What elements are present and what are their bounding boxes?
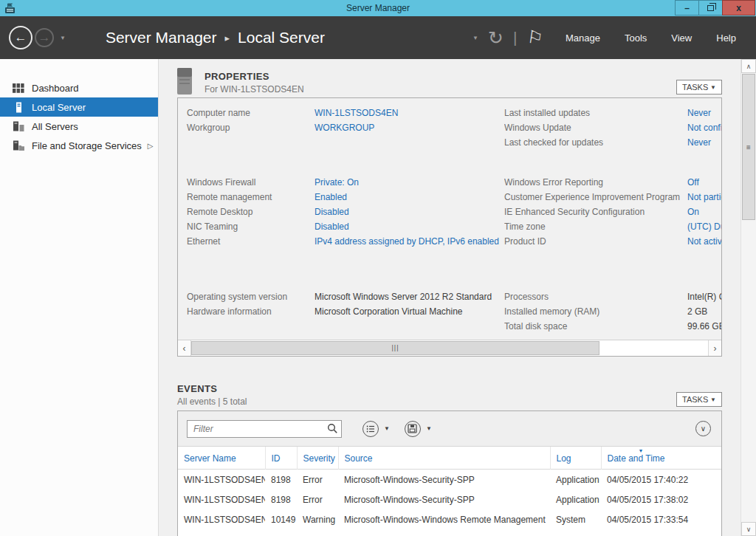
property-value-link[interactable]: Not partic [687, 192, 721, 202]
save-query-dropdown[interactable]: ▼ [426, 425, 432, 432]
vertical-scroll-thumb[interactable]: ≡ [742, 74, 755, 220]
sidebar: Dashboard Local Server All Servers [0, 59, 159, 536]
property-value-link[interactable]: On [687, 207, 699, 217]
breadcrumb-local-server[interactable]: Local Server [238, 29, 325, 47]
scroll-down-button[interactable]: ∨ [741, 522, 756, 536]
maximize-button[interactable] [698, 0, 723, 16]
sidebar-item-file-storage-services[interactable]: File and Storage Services ▷ [0, 136, 158, 155]
property-row: EthernetIPv4 address assigned by DHCP, I… [187, 234, 504, 249]
horizontal-scrollbar: ‹ ||| › [178, 340, 721, 356]
property-row: Operating system versionMicrosoft Window… [187, 289, 504, 304]
property-label: Computer name [187, 106, 315, 120]
chevron-down-icon: ▼ [710, 84, 716, 91]
server-icon [177, 68, 192, 95]
property-value-link[interactable]: Disabled [315, 207, 349, 217]
save-query-button[interactable] [405, 421, 421, 437]
event-cell: Application [550, 489, 601, 509]
event-cell: 04/05/2015 17:40:22 [601, 469, 721, 489]
collapse-panel-button[interactable]: ∨ [695, 421, 711, 436]
filter-input[interactable] [187, 420, 342, 438]
vertical-scrollbar[interactable]: ∧ ≡ ∨ [740, 59, 756, 536]
column-header-source[interactable]: Source [338, 447, 550, 469]
property-label: Time zone [504, 219, 687, 234]
forward-button[interactable]: → [35, 28, 54, 47]
history-dropdown[interactable]: ▼ [60, 35, 66, 41]
property-label: Windows Update [504, 120, 687, 135]
property-row: Remote DesktopDisabled [187, 205, 504, 219]
property-value-link[interactable]: Never [687, 137, 711, 148]
property-value-link[interactable]: Disabled [315, 221, 349, 232]
menu-view[interactable]: View [671, 32, 692, 44]
scroll-left-button[interactable]: ‹ [178, 340, 191, 356]
refresh-dropdown[interactable]: ▼ [472, 35, 478, 41]
horizontal-scroll-thumb[interactable]: ||| [191, 341, 599, 355]
property-value: Microsoft Windows Server 2012 R2 Standar… [315, 292, 492, 302]
notifications-flag-button[interactable]: ⚐ [526, 28, 545, 48]
event-row[interactable]: WIN-1LSTSODS4EN8198ErrorMicrosoft-Window… [178, 469, 721, 489]
sidebar-item-all-servers[interactable]: All Servers [0, 117, 158, 136]
server-manager-window: Server Manager – x ← → ▼ Server Manager … [0, 0, 756, 536]
event-cell: 04/05/2015 17:33:54 [601, 509, 721, 529]
property-label: Installed memory (RAM) [504, 304, 687, 319]
close-button[interactable]: x [722, 0, 755, 16]
column-header-id[interactable]: ID [265, 447, 297, 469]
property-value-link[interactable]: Enabled [315, 192, 347, 202]
scroll-right-button[interactable]: › [708, 340, 721, 356]
back-button[interactable]: ← [9, 26, 32, 49]
property-label: Product ID [504, 234, 687, 249]
property-row: Remote managementEnabled [187, 190, 504, 205]
property-row: ProcessorsIntel(R) Co [504, 289, 721, 304]
property-value-link[interactable]: (UTC) Dub [687, 221, 721, 232]
property-row: WorkgroupWORKGROUP [187, 120, 504, 135]
property-value-link[interactable]: Never [687, 108, 711, 118]
property-label: IE Enhanced Security Configuration [504, 205, 687, 219]
column-header-log[interactable]: Log [550, 447, 601, 469]
saved-filters-button[interactable] [362, 421, 379, 437]
saved-filters-dropdown[interactable]: ▼ [384, 425, 390, 432]
property-value-link[interactable]: Private: On [315, 177, 359, 188]
properties-header: PROPERTIES For WIN-1LSTSODS4EN TASKS ▼ [177, 68, 722, 95]
event-cell: WIN-1LSTSODS4EN [178, 489, 265, 509]
property-row: Total disk space99.66 GB [504, 319, 721, 334]
scroll-up-icon: ∧ [746, 63, 752, 70]
property-value-link[interactable]: WORKGROUP [315, 123, 374, 133]
sidebar-item-dashboard[interactable]: Dashboard [0, 78, 158, 97]
event-cell: Application [550, 469, 601, 489]
column-header-severity[interactable]: Severity [297, 447, 338, 469]
property-group: Operating system versionMicrosoft Window… [187, 289, 504, 319]
property-value-link[interactable]: WIN-1LSTSODS4EN [315, 108, 398, 118]
menu-tools[interactable]: Tools [625, 32, 647, 44]
event-cell: Warning [297, 509, 338, 529]
property-label: Last checked for updates [504, 135, 687, 150]
property-row: Installed memory (RAM)2 GB [504, 304, 721, 319]
menu-help[interactable]: Help [716, 32, 736, 44]
menu-manage[interactable]: Manage [566, 32, 600, 44]
property-value-link[interactable]: IPv4 address assigned by DHCP, IPv6 enab… [315, 236, 499, 247]
property-label: Windows Error Reporting [504, 175, 687, 190]
sidebar-item-label: All Servers [32, 121, 78, 132]
breadcrumb-server-manager[interactable]: Server Manager [106, 29, 217, 47]
expand-arrow-icon[interactable]: ▷ [148, 142, 154, 150]
horizontal-scroll-track[interactable]: ||| [191, 340, 708, 356]
main-content: PROPERTIES For WIN-1LSTSODS4EN TASKS ▼ C… [159, 59, 740, 536]
sidebar-item-local-server[interactable]: Local Server [0, 97, 158, 117]
property-value-link[interactable]: Off [687, 177, 699, 188]
column-header-server-name[interactable]: Server Name [178, 447, 265, 469]
property-value-link[interactable]: Not activa [687, 236, 721, 247]
event-row[interactable]: WIN-1LSTSODS4EN8198ErrorMicrosoft-Window… [178, 489, 721, 509]
property-row: NIC TeamingDisabled [187, 219, 504, 234]
search-icon[interactable] [327, 423, 338, 434]
events-tasks-button[interactable]: TASKS ▼ [676, 392, 722, 407]
column-header-date-time[interactable]: ▼Date and Time [601, 447, 721, 469]
properties-tasks-button[interactable]: TASKS ▼ [676, 80, 722, 95]
property-row: Windows Error ReportingOff [504, 175, 721, 190]
event-row[interactable]: WIN-1LSTSODS4EN10149WarningMicrosoft-Win… [178, 509, 721, 529]
property-value-link[interactable]: Not config [687, 123, 721, 133]
events-header: EVENTS All events | 5 total TASKS ▼ [177, 383, 722, 407]
events-toolbar: ▼ ▼ ∨ [178, 411, 721, 447]
property-label: Remote Desktop [187, 205, 315, 219]
minimize-button[interactable]: – [675, 0, 699, 16]
scroll-up-button[interactable]: ∧ [741, 59, 756, 73]
property-row: Last checked for updatesNever [504, 135, 721, 150]
refresh-button[interactable]: ↻ [488, 29, 504, 47]
